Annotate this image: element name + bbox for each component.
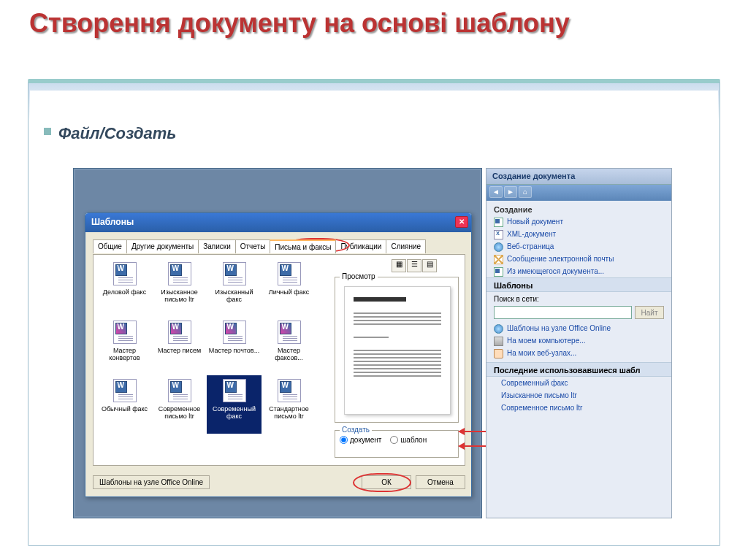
nav-home-icon[interactable]: ⌂ bbox=[519, 186, 532, 198]
template-item[interactable]: Мастер почтов... bbox=[207, 317, 262, 375]
screenshot-area: Шаблоны ✕ Общие Другие документы Записки… bbox=[73, 168, 672, 518]
template-item[interactable]: Стандартное письмо ltr bbox=[262, 375, 316, 434]
wizard-icon bbox=[223, 321, 246, 344]
dialog-footer: Шаблоны на узле Office Online ОК Отмена bbox=[93, 475, 465, 489]
template-item[interactable]: Личный факс bbox=[262, 258, 316, 317]
tab-publications[interactable]: Публикации bbox=[335, 239, 386, 253]
tab-reports[interactable]: Отчеты bbox=[235, 239, 271, 253]
recent-item[interactable]: Современный факс bbox=[486, 377, 671, 389]
wizard-icon bbox=[168, 321, 191, 344]
search-input[interactable] bbox=[494, 306, 632, 319]
view-toolbar: ▦ ☰ ▤ bbox=[392, 259, 457, 274]
globe-icon bbox=[494, 324, 503, 334]
task-pane: Создание документа ◄ ► ⌂ Создание Новый … bbox=[486, 168, 672, 518]
taskpane-item-web[interactable]: Веб-страница bbox=[486, 240, 671, 253]
recent-item[interactable]: Современное письмо ltr bbox=[486, 402, 671, 414]
template-item[interactable]: Мастер конвертов bbox=[97, 317, 152, 375]
taskpane-title: Создание документа bbox=[486, 169, 671, 185]
slide-title: Створення документу на основі шаблону bbox=[29, 9, 570, 38]
wizard-icon bbox=[278, 321, 301, 344]
preview-label: Просмотр bbox=[340, 272, 378, 280]
tab-other-docs[interactable]: Другие документы bbox=[126, 239, 199, 253]
create-group: Создать документ шаблон bbox=[335, 430, 459, 458]
template-item[interactable]: Современное письмо ltr bbox=[152, 375, 207, 434]
template-item[interactable]: Деловой факс bbox=[97, 258, 152, 317]
dialog-titlebar[interactable]: Шаблоны ✕ bbox=[85, 213, 471, 232]
preview-group: Просмотр bbox=[335, 277, 459, 423]
word-icon bbox=[113, 262, 137, 285]
template-grid: Деловой факс Изысканное письмо ltr Изыск… bbox=[97, 258, 324, 456]
document-icon bbox=[494, 267, 503, 277]
section-recent: Последние использовавшиеся шабл bbox=[486, 362, 671, 377]
wizard-icon bbox=[113, 321, 137, 344]
word-icon bbox=[278, 262, 301, 285]
word-icon bbox=[113, 379, 137, 402]
close-icon[interactable]: ✕ bbox=[455, 216, 468, 228]
dialog-title: Шаблоны bbox=[91, 217, 134, 227]
xml-icon bbox=[494, 230, 503, 239]
recent-item[interactable]: Изысканное письмо ltr bbox=[486, 389, 671, 402]
tab-content: Деловой факс Изысканное письмо ltr Изыск… bbox=[93, 254, 465, 466]
cancel-button[interactable]: Отмена bbox=[416, 475, 465, 489]
taskpane-item-existing[interactable]: Из имеющегося документа... bbox=[486, 265, 671, 277]
preview-page bbox=[344, 286, 451, 415]
template-item[interactable]: Изысканный факс bbox=[207, 258, 262, 317]
template-item[interactable]: Мастер писем bbox=[152, 317, 207, 375]
search-label: Поиск в сети: bbox=[486, 292, 671, 303]
word-icon bbox=[278, 379, 301, 402]
word-icon bbox=[168, 262, 191, 285]
section-create: Создание bbox=[486, 201, 671, 215]
globe-icon bbox=[494, 242, 503, 252]
mail-icon bbox=[494, 255, 503, 264]
taskpane-item-mail[interactable]: Сообщение электронной почты bbox=[486, 253, 671, 265]
view-large-icon[interactable]: ▦ bbox=[392, 259, 406, 272]
nav-back-icon[interactable]: ◄ bbox=[489, 186, 503, 198]
taskpane-search: Найт bbox=[486, 303, 671, 322]
radio-document[interactable]: документ bbox=[340, 436, 381, 444]
section-templates: Шаблоны bbox=[486, 277, 671, 292]
template-item[interactable]: Мастер факсов... bbox=[262, 317, 316, 375]
office-online-button[interactable]: Шаблоны на узле Office Online bbox=[93, 475, 210, 489]
bullet-icon bbox=[44, 128, 51, 135]
template-item-selected[interactable]: Современный факс bbox=[207, 375, 262, 434]
tab-general[interactable]: Общие bbox=[93, 239, 127, 253]
template-item[interactable]: Обычный факс bbox=[97, 375, 152, 434]
search-button[interactable]: Найт bbox=[635, 306, 664, 319]
view-list-icon[interactable]: ☰ bbox=[407, 259, 421, 272]
word-icon bbox=[223, 379, 246, 402]
tab-notes[interactable]: Записки bbox=[198, 239, 236, 253]
create-label: Создать bbox=[340, 426, 372, 434]
template-item[interactable]: Изысканное письмо ltr bbox=[152, 258, 207, 317]
dialog-tabs: Общие Другие документы Записки Отчеты Пи… bbox=[93, 239, 425, 253]
word-icon bbox=[168, 379, 191, 402]
parent-app-window: Шаблоны ✕ Общие Другие документы Записки… bbox=[73, 168, 482, 518]
word-icon bbox=[223, 262, 246, 285]
taskpane-item-new-doc[interactable]: Новый документ bbox=[486, 215, 671, 228]
folder-icon bbox=[494, 349, 503, 358]
document-icon bbox=[494, 218, 503, 227]
templates-dialog: Шаблоны ✕ Общие Другие документы Записки… bbox=[85, 212, 472, 497]
nav-forward-icon[interactable]: ► bbox=[504, 186, 517, 198]
taskpane-item-office-online[interactable]: Шаблоны на узле Office Online bbox=[486, 322, 671, 334]
slide-subtitle: Файл/Создать bbox=[58, 124, 176, 143]
taskpane-item-xml[interactable]: XML-документ bbox=[486, 228, 671, 240]
taskpane-nav: ◄ ► ⌂ bbox=[486, 185, 671, 201]
view-details-icon[interactable]: ▤ bbox=[422, 259, 437, 272]
taskpane-item-computer[interactable]: На моем компьютере... bbox=[486, 334, 671, 347]
radio-template[interactable]: шаблон bbox=[390, 436, 427, 444]
taskpane-item-websites[interactable]: На моих веб-узлах... bbox=[486, 347, 671, 359]
slide: Створення документу на основі шаблону Фа… bbox=[0, 0, 748, 560]
tab-merge[interactable]: Слияние bbox=[386, 239, 426, 253]
ok-button[interactable]: ОК bbox=[362, 475, 411, 489]
computer-icon bbox=[494, 337, 503, 346]
tab-letters-faxes[interactable]: Письма и факсы bbox=[270, 239, 336, 253]
